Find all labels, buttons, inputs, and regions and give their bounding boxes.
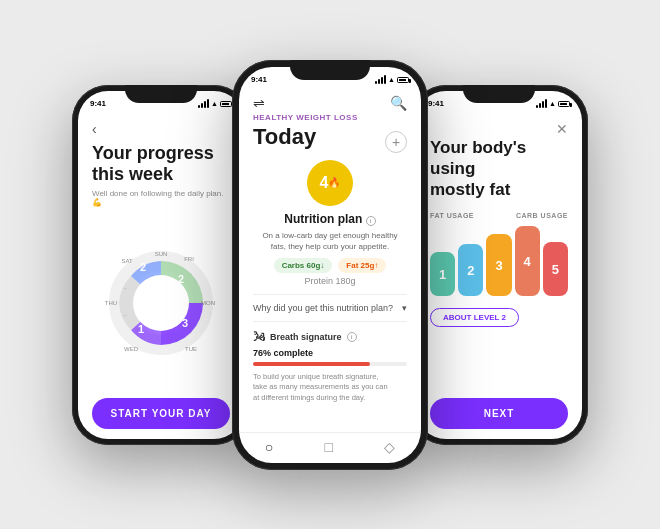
battery-right — [558, 101, 570, 107]
svg-text:FRI: FRI — [184, 256, 194, 262]
nav-home-icon[interactable]: ○ — [265, 439, 273, 455]
battery-left — [220, 101, 232, 107]
battery-center — [397, 77, 409, 83]
nav-profile-icon[interactable]: ◇ — [384, 439, 395, 455]
svg-text:3: 3 — [182, 317, 188, 329]
nutrition-desc: On a low-carb day get enough healthyfats… — [253, 230, 407, 252]
protein-label: Protein 180g — [253, 276, 407, 286]
section-label: HEALTHY WEIGHT LOSS — [253, 113, 407, 122]
level-card-1[interactable]: 1 — [430, 252, 455, 296]
fat-tag: Fat 25g↑ — [338, 258, 386, 273]
why-row[interactable]: Why did you get this nutrition plan? ▾ — [253, 294, 407, 321]
macro-tags: Carbs 60g↓ Fat 25g↑ — [253, 258, 407, 273]
signal-center — [375, 75, 386, 84]
level-card-2[interactable]: 2 — [458, 244, 483, 296]
svg-text:MON: MON — [201, 300, 215, 306]
time-left: 9:41 — [90, 99, 106, 108]
svg-text:THU: THU — [105, 300, 117, 306]
fat-title: Your body's usingmostly fat — [430, 137, 568, 201]
progress-subtitle: Well done on following the daily plan. 💪 — [92, 189, 230, 207]
svg-text:-: - — [123, 281, 127, 293]
add-button[interactable]: + — [385, 131, 407, 153]
svg-text:SUN: SUN — [155, 251, 168, 257]
next-button[interactable]: NEXT — [430, 398, 568, 429]
nutrition-plan-title: Nutrition plan i — [253, 212, 407, 226]
level-card-4[interactable]: 4 — [515, 226, 540, 296]
center-header: ⇌ 🔍 — [253, 95, 407, 111]
weekly-chart: SUN MON TUE WED THU SAT FRI 2 3 1 - — [92, 217, 230, 390]
svg-text:TUE: TUE — [185, 346, 197, 352]
breath-section: 🌬 Breath signature i 76% complete To bui… — [253, 321, 407, 412]
breath-info-icon[interactable]: i — [347, 332, 357, 342]
svg-text:2: 2 — [178, 273, 184, 285]
svg-text:WED: WED — [124, 346, 139, 352]
search-icon[interactable]: 🔍 — [390, 95, 407, 111]
wifi-left: ▲ — [211, 100, 218, 107]
breath-desc: To build your unique breath signature,ta… — [253, 372, 407, 404]
level-cards: 1 2 3 4 5 — [430, 226, 568, 296]
fat-usage-label: FAT USAGE — [430, 212, 474, 219]
complete-percent: 76% complete — [253, 348, 407, 358]
notch-center — [290, 60, 370, 80]
nutrition-info-icon[interactable]: i — [366, 216, 376, 226]
menu-icon[interactable]: ⇌ — [253, 95, 265, 111]
breath-row: 🌬 Breath signature i — [253, 330, 407, 344]
svg-text:2: 2 — [140, 261, 146, 273]
start-day-button[interactable]: START YOUR DAY — [92, 398, 230, 429]
notch-right — [463, 85, 535, 103]
right-screen: ✕ Your body's usingmostly fat FAT USAGE … — [416, 113, 582, 439]
about-level-button[interactable]: ABOUT LEVEL 2 — [430, 308, 519, 327]
progress-bar-fill — [253, 362, 370, 366]
signal-left — [198, 99, 209, 108]
svg-text:-: - — [123, 308, 127, 320]
wifi-right: ▲ — [549, 100, 556, 107]
signal-right — [536, 99, 547, 108]
right-phone: 9:41 ▲ ✕ Your body's usingmostly fat FAT… — [410, 85, 588, 445]
scene: 9:41 ▲ ‹ Your progressthis week Well don… — [0, 0, 660, 529]
today-title: Today — [253, 124, 316, 150]
progress-title: Your progressthis week — [92, 143, 230, 186]
wifi-center: ▲ — [388, 76, 395, 83]
left-phone: 9:41 ▲ ‹ Your progressthis week Well don… — [72, 85, 250, 445]
left-screen: ‹ Your progressthis week Well done on fo… — [78, 113, 244, 439]
notch-left — [125, 85, 197, 103]
back-arrow[interactable]: ‹ — [92, 121, 230, 137]
donut-svg: SUN MON TUE WED THU SAT FRI 2 3 1 - — [101, 243, 221, 363]
time-center: 9:41 — [251, 75, 267, 84]
time-right: 9:41 — [428, 99, 444, 108]
level-card-5[interactable]: 5 — [543, 242, 568, 296]
level-card-3[interactable]: 3 — [486, 234, 511, 296]
center-phone: 9:41 ▲ ⇌ 🔍 HEALTHY WEIGHT LOSS — [232, 60, 428, 470]
carbs-tag: Carbs 60g↓ — [274, 258, 333, 273]
usage-labels: FAT USAGE CARB USAGE — [430, 212, 568, 223]
svg-text:1: 1 — [138, 323, 144, 335]
close-button[interactable]: ✕ — [556, 121, 568, 137]
center-screen: ⇌ 🔍 HEALTHY WEIGHT LOSS Today + 4 🔥 Nutr… — [239, 89, 421, 432]
breath-icon: 🌬 — [253, 330, 265, 344]
svg-text:SAT: SAT — [121, 258, 133, 264]
bottom-nav: ○ □ ◇ — [239, 432, 421, 463]
level-badge: 4 🔥 — [307, 160, 353, 206]
progress-bar-bg — [253, 362, 407, 366]
carb-usage-label: CARB USAGE — [516, 212, 568, 219]
nav-log-icon[interactable]: □ — [324, 439, 332, 455]
